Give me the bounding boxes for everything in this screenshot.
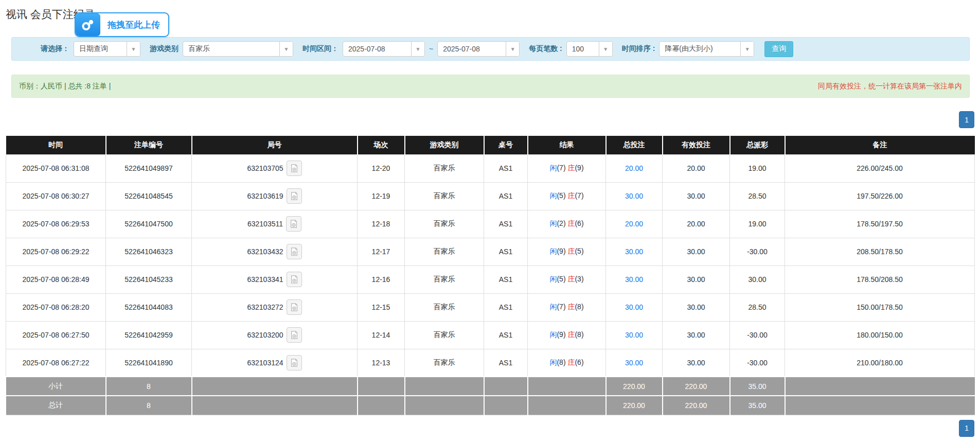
cell-round-number: 632103200: [192, 321, 358, 349]
cell-session: 12-19: [358, 182, 405, 210]
cell-game-type: 百家乐: [405, 238, 484, 266]
round-number-text: 632103124: [247, 359, 283, 367]
total-bet-link[interactable]: 20.00: [625, 164, 643, 172]
chevron-down-icon[interactable]: ▼: [279, 42, 293, 56]
query-type-select[interactable]: 日期查询 ▼: [74, 41, 140, 57]
video-replay-button[interactable]: [287, 188, 302, 204]
page-size-select[interactable]: 100 ▼: [566, 41, 613, 57]
cell-game-type: 百家乐: [405, 293, 484, 321]
round-number-wrap: 632103619: [247, 188, 301, 204]
drag-upload-dropzone[interactable]: 拖拽至此上传: [75, 12, 169, 37]
page-1-button[interactable]: 1: [959, 420, 974, 437]
total-bet-link[interactable]: 30.00: [625, 192, 643, 200]
round-number-text: 632103341: [247, 275, 283, 284]
round-number-wrap: 632103341: [247, 272, 301, 287]
footer-empty-cell: [358, 396, 405, 415]
cell-time: 2025-07-08 06:31:08: [6, 154, 106, 182]
cell-time: 2025-07-08 06:30:27: [6, 182, 106, 210]
footer-empty-cell: [528, 377, 606, 396]
cell-bet-number: 522641049897: [106, 154, 192, 182]
cell-remark: 197.50/226.00: [785, 182, 975, 210]
result-player-label: 闲: [549, 164, 557, 172]
cell-valid-bet: 20.00: [663, 154, 730, 182]
result-banker-value: (6): [575, 219, 583, 227]
cell-valid-bet: 30.00: [663, 238, 730, 266]
video-replay-button[interactable]: [287, 299, 302, 315]
total-bet-link[interactable]: 20.00: [625, 220, 643, 228]
page-1-button[interactable]: 1: [959, 111, 974, 128]
video-file-icon: [289, 219, 298, 228]
game-type-value: 百家乐: [183, 44, 279, 54]
column-header: 有效投注: [663, 136, 730, 154]
result-player-label: 闲: [549, 219, 557, 227]
cell-round-number: 632103272: [192, 293, 358, 321]
chevron-down-icon[interactable]: ▼: [506, 42, 519, 56]
result-banker-label: 庄: [567, 303, 575, 311]
cell-payout: -30.00: [730, 238, 785, 266]
chevron-down-icon[interactable]: ▼: [599, 42, 612, 56]
date-to-select[interactable]: 2025-07-08 ▼: [437, 41, 520, 57]
subtotal-row: 小计8220.00220.0035.00: [6, 377, 975, 396]
time-sort-select[interactable]: 降幂(由大到小) ▼: [659, 41, 754, 57]
cell-valid-bet: 30.00: [663, 349, 730, 377]
video-replay-button[interactable]: [287, 355, 302, 370]
cell-time: 2025-07-08 06:29:53: [6, 210, 106, 238]
chevron-down-icon[interactable]: ▼: [411, 42, 424, 56]
date-from-value: 2025-07-08: [343, 45, 411, 53]
cell-payout: 28.50: [730, 182, 785, 210]
cell-valid-bet: 30.00: [663, 266, 730, 293]
cell-remark: 208.50/178.50: [785, 238, 975, 266]
column-header: 结果: [528, 136, 606, 154]
cell-total-bet: 20.00: [606, 210, 663, 238]
footer-empty-cell: [785, 396, 975, 415]
cell-total-bet: 20.00: [606, 154, 663, 182]
cell-result: 闲(7) 庄(8): [528, 293, 606, 321]
table-body: 2025-07-08 06:31:08522641049897632103705…: [6, 154, 975, 377]
valid-bet-note-text: 同局有效投注，统一计算在该局第一张注单内: [818, 82, 962, 91]
cell-round-number: 632103705: [192, 154, 358, 182]
total-bet-link[interactable]: 30.00: [625, 275, 643, 284]
cell-time: 2025-07-08 06:27:22: [6, 349, 106, 377]
search-button[interactable]: 查询: [764, 41, 793, 57]
cell-payout: -30.00: [730, 321, 785, 349]
cell-total-bet: 30.00: [606, 321, 663, 349]
cell-game-type: 百家乐: [405, 349, 484, 377]
footer-empty-cell: [192, 396, 358, 415]
chevron-down-icon[interactable]: ▼: [127, 42, 140, 56]
video-replay-button[interactable]: [287, 161, 302, 176]
chevron-down-icon[interactable]: ▼: [740, 42, 754, 56]
column-header: 总派彩: [730, 136, 785, 154]
cell-time: 2025-07-08 06:27:50: [6, 321, 106, 349]
pagination-bottom: 1: [6, 420, 974, 437]
round-number-text: 632103619: [247, 192, 283, 200]
footer-empty-cell: [358, 377, 405, 396]
cell-session: 12-14: [358, 321, 405, 349]
cell-game-type: 百家乐: [405, 321, 484, 349]
footer-empty-cell: [785, 377, 975, 396]
video-replay-button[interactable]: [287, 327, 302, 343]
result-banker-value: (3): [575, 275, 583, 283]
date-from-select[interactable]: 2025-07-08 ▼: [343, 41, 425, 57]
total-bet-link[interactable]: 30.00: [625, 247, 643, 256]
cell-table-number: AS1: [484, 210, 528, 238]
video-file-icon: [290, 275, 299, 284]
footer-valid-bet: 220.00: [663, 377, 730, 396]
result-player-value: (8): [557, 358, 567, 366]
total-bet-link[interactable]: 30.00: [625, 303, 643, 311]
result-player-value: (7): [557, 303, 567, 311]
cell-table-number: AS1: [484, 321, 528, 349]
round-number-text: 632103272: [247, 303, 283, 311]
video-replay-button[interactable]: [287, 272, 302, 287]
video-replay-button[interactable]: [287, 244, 302, 259]
result-player-label: 闲: [549, 303, 557, 311]
cell-bet-number: 522641042959: [106, 321, 192, 349]
total-bet-link[interactable]: 30.00: [625, 359, 643, 367]
result-player-value: (5): [557, 275, 567, 283]
column-header: 总投注: [606, 136, 663, 154]
game-type-select[interactable]: 百家乐 ▼: [183, 41, 293, 57]
total-bet-link[interactable]: 30.00: [625, 331, 643, 339]
cell-table-number: AS1: [484, 154, 528, 182]
cell-game-type: 百家乐: [405, 154, 484, 182]
cell-valid-bet: 30.00: [663, 293, 730, 321]
video-replay-button[interactable]: [286, 216, 301, 232]
